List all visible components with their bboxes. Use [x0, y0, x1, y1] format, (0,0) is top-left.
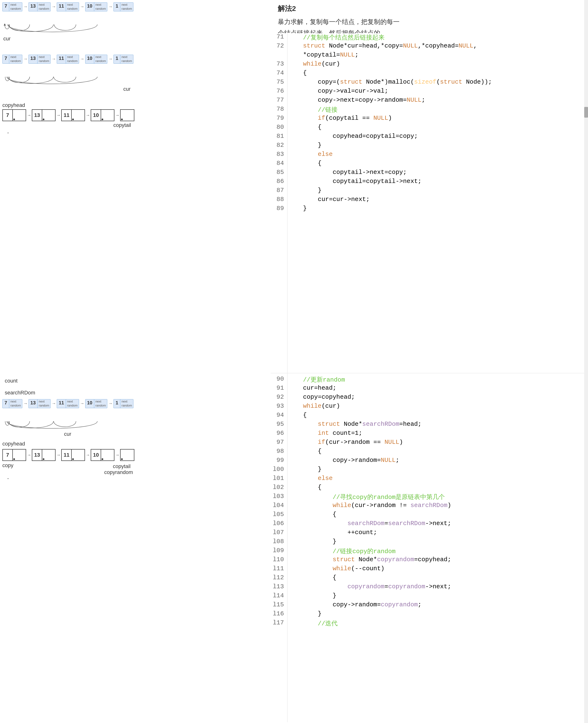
code-line-l15: l15 copy->random=copyrandom;: [271, 601, 588, 610]
copy-node-10-ptr: [101, 110, 113, 121]
line-content-88: cur=cur->next;: [288, 196, 588, 203]
line-num-73: 73: [272, 60, 288, 67]
node-10b: 10 next random: [85, 55, 107, 64]
node-7c-val: 7: [3, 399, 9, 408]
random-arrows-svg-2: [2, 64, 123, 85]
line-num-l02: l02: [272, 484, 288, 491]
copy-dot-7b: [13, 458, 15, 460]
line-content-92: copy=copyhead;: [288, 394, 588, 401]
arrow-1: →: [23, 4, 27, 9]
code-line-l16: l16 }: [271, 610, 588, 619]
line-content-l13: copyrandom=copyrandom->next;: [288, 583, 588, 590]
code-line-78: 78 //链接: [271, 105, 588, 115]
line-num-92: 92: [272, 394, 288, 401]
line-num-l09: l09: [272, 547, 288, 554]
code-line-92: 92 copy=copyhead;: [271, 394, 588, 402]
line-content-91: cur=head;: [288, 384, 588, 391]
code-line-l09: l09 //链接copy的random: [271, 547, 588, 556]
line-num-l15: l15: [272, 601, 288, 608]
left-panel: 7 next random → 13 next random: [0, 0, 135, 723]
node-11b-val: 11: [57, 55, 66, 63]
copy-node-11-val: 11: [62, 110, 72, 121]
copy-ptr-dot-last: [121, 119, 123, 120]
linked-list-row3-container: 7 next random → 13 next random → 11 next: [2, 399, 133, 437]
copy-dot-10b: [102, 458, 103, 460]
code-line-98: 98 {: [271, 448, 588, 457]
node-13: 13 next random: [28, 2, 50, 12]
copy-node-10-val: 10: [91, 110, 101, 121]
node-10c-val: 10: [85, 399, 94, 408]
node-11c-val: 11: [57, 399, 66, 408]
random-arrows-svg-1: [2, 12, 123, 35]
line-content-79: if(copytail == NULL): [288, 115, 588, 122]
code-line-l07: l07 ++count;: [271, 529, 588, 538]
line-content-99: copy->random=NULL;: [288, 457, 588, 464]
arrow-b3: →: [80, 57, 84, 62]
line-num-l04: l04: [272, 502, 288, 509]
line-num-86: 86: [272, 178, 288, 185]
code-line-90: 90 //更新random: [271, 376, 588, 384]
copy-last2-ptr: [121, 449, 132, 460]
line-num-78: 78: [272, 105, 288, 113]
scrollbar-thumb[interactable]: [584, 107, 588, 118]
node-10c: 10 next random: [85, 399, 107, 408]
node-1c: 1 next random: [113, 399, 133, 408]
line-content-l01: else: [288, 475, 588, 482]
copy-7b-val: 7: [3, 449, 13, 460]
line-num-l06: l06: [272, 520, 288, 527]
node-1b-val: 1: [114, 55, 120, 63]
node-10-fields: next random: [94, 3, 107, 11]
line-num-96: 96: [272, 429, 288, 437]
code-line-l05: l05 {: [271, 511, 588, 520]
arrow-c2: →: [51, 401, 56, 406]
code-line-82: 82 }: [271, 142, 588, 150]
line-content-l12: {: [288, 574, 588, 581]
linked-list-row3: 7 next random → 13 next random → 11 next: [2, 399, 133, 408]
copyhead-label-1: copyhead: [2, 102, 25, 108]
line-content-l06: searchRDom=searchRDom->next;: [288, 520, 588, 527]
line-num-l13: l13: [272, 583, 288, 590]
code-section-1: 71 //复制每个结点然后链接起来 72 struct Node*cur=hea…: [271, 33, 588, 214]
line-content-90: //更新random: [288, 376, 588, 384]
copy-arrow-2: →: [56, 113, 61, 118]
code-line-79: 79 if(copytail == NULL): [271, 115, 588, 123]
line-content-l11: while(--count): [288, 565, 588, 572]
node-7: 7 next random: [2, 2, 22, 12]
copy-node-13-ptr: [42, 110, 54, 121]
code-line-l13: l13 copyrandom=copyrandom->next;: [271, 583, 588, 592]
code-line-91: 91 cur=head;: [271, 384, 588, 394]
line-content-78: //链接: [288, 105, 588, 114]
node-10c-fields: next random: [94, 399, 107, 408]
line-num-87: 87: [272, 187, 288, 194]
arrow-3: →: [80, 4, 84, 9]
code-line-88: 88 cur=cur->next;: [271, 196, 588, 205]
node-11c-fields: next random: [66, 399, 79, 408]
arrow-b2: →: [51, 57, 56, 62]
line-content-l03: //寻找copy的random是原链表中第几个: [288, 493, 588, 501]
line-content-95: struct Node*searchRDom=head;: [288, 421, 588, 428]
copy-dot-11b: [72, 458, 74, 460]
node-10-val: 10: [85, 3, 94, 11]
copy-node-7b: 7: [2, 449, 26, 461]
scrollbar-track[interactable]: [584, 0, 588, 723]
node-11b: 11 next random: [57, 55, 79, 64]
code-separator-1: [287, 33, 288, 376]
node-11: 11 next random: [57, 2, 79, 12]
code-line-97: 97 if(cur->random == NULL): [271, 439, 588, 448]
line-num-l11: l11: [272, 565, 288, 572]
copy-arrow-3: →: [86, 113, 90, 118]
arrow-c4: →: [108, 401, 112, 406]
node-7-fields: next random: [9, 3, 22, 11]
code-line-76: 76 copy->val=cur->val;: [271, 87, 588, 97]
code-line-74: 74 {: [271, 69, 588, 78]
copy-node-11-ptr: [72, 110, 84, 121]
line-content-l17: //迭代: [288, 619, 588, 627]
copy-ptr-dot-11: [72, 119, 74, 120]
copy-node-13: 13: [32, 109, 56, 121]
line-num-76: 76: [272, 87, 288, 95]
node-11b-fields: next random: [66, 55, 79, 63]
copy-arrow-1: →: [27, 113, 31, 118]
copy-ptr-dot-13: [43, 119, 44, 120]
line-num-97: 97: [272, 439, 288, 446]
code-line-84: 84 {: [271, 160, 588, 169]
